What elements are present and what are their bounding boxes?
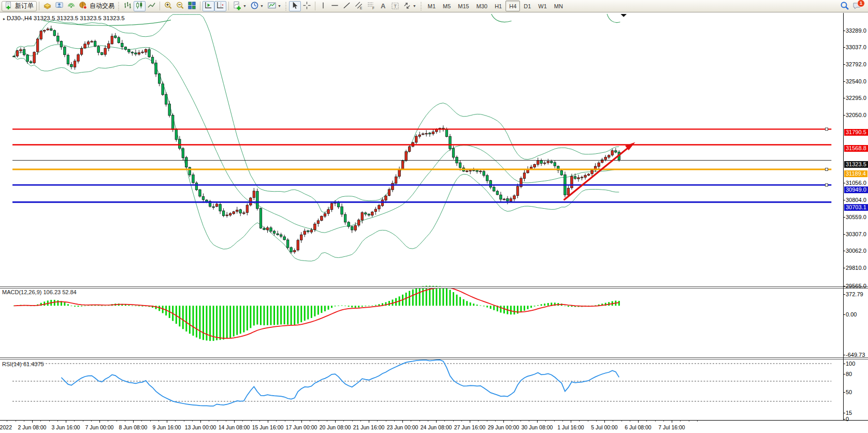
timeframe-D1[interactable]: D1 bbox=[520, 1, 534, 11]
new-order-button[interactable]: 新订单 bbox=[2, 1, 37, 11]
time-label: 15 Jun 16:00 bbox=[252, 424, 284, 430]
market-watch-button[interactable] bbox=[53, 1, 65, 11]
last-bar-marker bbox=[620, 14, 627, 17]
toolbar-grip[interactable] bbox=[285, 2, 287, 10]
timeframe-M5[interactable]: M5 bbox=[439, 1, 454, 11]
time-minor-tick bbox=[655, 421, 656, 422]
time-tick bbox=[335, 421, 336, 423]
timeframe-M30[interactable]: M30 bbox=[473, 1, 491, 11]
time-axis[interactable]: 1 Jun 20222 Jun 08:003 Jun 16:007 Jun 00… bbox=[0, 420, 868, 433]
time-minor-tick bbox=[461, 421, 462, 422]
chart-canvas[interactable] bbox=[0, 12, 868, 433]
vertical-line-button[interactable] bbox=[317, 1, 329, 11]
tile-windows-button[interactable] bbox=[186, 1, 198, 11]
time-minor-tick bbox=[276, 421, 277, 422]
trendline-icon bbox=[342, 1, 351, 11]
time-minor-tick bbox=[554, 421, 555, 422]
timeframe-W1[interactable]: W1 bbox=[534, 1, 551, 11]
rsi-layer bbox=[12, 360, 831, 406]
shapes-button[interactable]: ▼ bbox=[401, 1, 418, 11]
chevron-down-icon: ▼ bbox=[260, 4, 264, 8]
time-minor-tick bbox=[16, 421, 16, 422]
time-tick bbox=[268, 421, 268, 423]
macd-panel-separator[interactable] bbox=[0, 286, 868, 288]
periods-button[interactable]: ▼ bbox=[249, 1, 266, 11]
zoom-in-button[interactable] bbox=[162, 1, 174, 11]
timeframe-M15[interactable]: M15 bbox=[454, 1, 472, 11]
macd-label: MACD(12,26,9) 106.23 52.84 bbox=[2, 289, 77, 295]
equidistant-channel-button[interactable]: E bbox=[353, 1, 365, 11]
time-minor-tick bbox=[411, 421, 411, 422]
time-minor-tick bbox=[175, 421, 176, 422]
fibonacci-button[interactable]: F bbox=[365, 1, 378, 11]
zoom-out-button[interactable] bbox=[174, 1, 186, 11]
time-minor-tick bbox=[293, 421, 294, 422]
time-minor-tick bbox=[83, 421, 83, 422]
signal-button[interactable] bbox=[65, 1, 77, 11]
time-minor-tick bbox=[520, 421, 521, 422]
crosshair-button[interactable] bbox=[301, 1, 313, 11]
price-axis-line[interactable] bbox=[843, 13, 844, 420]
time-tick bbox=[200, 421, 201, 423]
time-minor-tick bbox=[158, 421, 159, 422]
timeframe-H4[interactable]: H4 bbox=[505, 1, 520, 11]
time-label: 30 Jun 08:00 bbox=[522, 424, 553, 430]
text-label-button[interactable]: T bbox=[389, 1, 401, 11]
line-chart-button[interactable] bbox=[146, 1, 157, 11]
svg-text:F: F bbox=[372, 6, 374, 10]
chart-shift-button[interactable] bbox=[214, 1, 226, 11]
chat-button[interactable]: 1 bbox=[851, 1, 863, 11]
indicators-icon bbox=[233, 1, 242, 11]
gold-profile-icon bbox=[43, 1, 52, 11]
time-minor-tick bbox=[419, 421, 420, 422]
rsi-panel-separator[interactable] bbox=[0, 357, 868, 359]
candlestick-chart-button[interactable] bbox=[134, 1, 146, 11]
time-tick bbox=[99, 421, 100, 423]
time-minor-tick bbox=[579, 421, 580, 422]
timeframe-H1[interactable]: H1 bbox=[491, 1, 505, 11]
time-minor-tick bbox=[588, 421, 588, 422]
text-button[interactable]: A bbox=[378, 1, 389, 11]
zoom-out-icon bbox=[176, 1, 184, 11]
chevron-down-icon: ▼ bbox=[243, 4, 247, 8]
toolbar-grip[interactable] bbox=[118, 2, 120, 10]
tile-windows-icon bbox=[187, 1, 196, 11]
toolbar-grip[interactable] bbox=[420, 2, 423, 10]
notification-badge: 1 bbox=[857, 0, 865, 7]
time-minor-tick bbox=[285, 421, 285, 422]
new-order-icon bbox=[5, 2, 13, 11]
auto-scroll-button[interactable] bbox=[202, 1, 214, 11]
profiles-button[interactable] bbox=[41, 1, 53, 11]
time-label: 7 Jun 00:00 bbox=[85, 424, 114, 430]
time-label: 7 Jul 16:00 bbox=[658, 424, 685, 430]
indicators-button[interactable]: ▼ bbox=[231, 1, 249, 11]
horizontal-line-button[interactable] bbox=[329, 1, 341, 11]
timeframe-MN[interactable]: MN bbox=[551, 1, 567, 11]
time-tick bbox=[470, 421, 470, 423]
chevron-down-icon: ▼ bbox=[413, 4, 416, 8]
time-minor-tick bbox=[562, 421, 563, 422]
chart-shift-icon bbox=[216, 1, 225, 11]
trendline-button[interactable] bbox=[341, 1, 353, 11]
time-minor-tick bbox=[343, 421, 344, 422]
time-minor-tick bbox=[689, 421, 689, 422]
timeframe-M1[interactable]: M1 bbox=[424, 1, 439, 11]
time-minor-tick bbox=[394, 421, 395, 422]
templates-button[interactable]: ▼ bbox=[266, 1, 283, 11]
time-minor-tick bbox=[209, 421, 209, 422]
crosshair-icon bbox=[302, 1, 311, 11]
time-tick bbox=[66, 421, 66, 423]
channel-icon: E bbox=[354, 1, 364, 11]
bar-chart-button[interactable] bbox=[122, 1, 134, 11]
text-a-icon: A bbox=[381, 2, 385, 10]
person-icon bbox=[55, 1, 64, 11]
auto-trading-button[interactable]: 自动交易 bbox=[77, 1, 116, 11]
cursor-button[interactable] bbox=[289, 1, 301, 11]
time-minor-tick bbox=[428, 421, 428, 422]
time-minor-tick bbox=[184, 421, 184, 422]
time-tick bbox=[604, 421, 605, 423]
time-minor-tick bbox=[192, 421, 193, 422]
time-tick bbox=[234, 421, 235, 423]
svg-text:T: T bbox=[394, 3, 397, 9]
search-button[interactable] bbox=[838, 1, 851, 11]
